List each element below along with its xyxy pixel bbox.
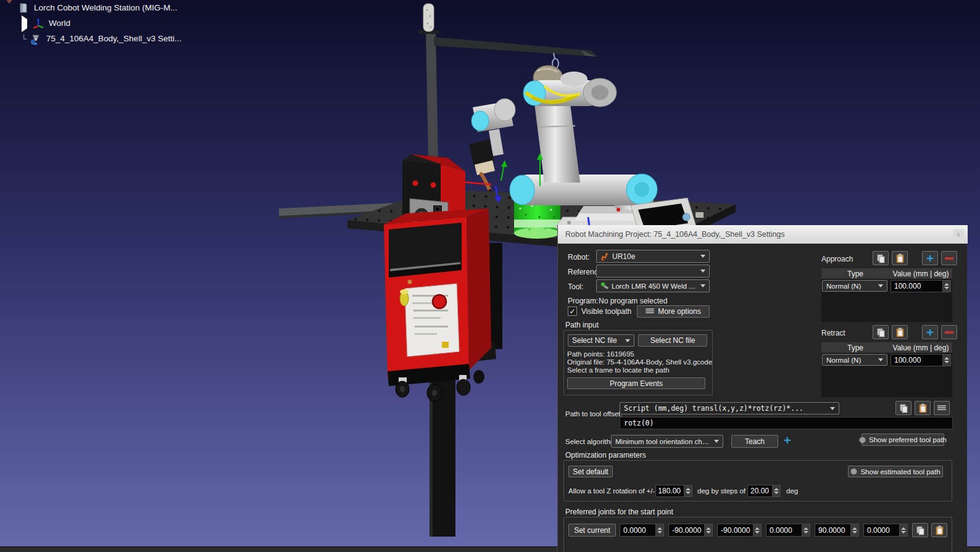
joint-2-spinbox[interactable]: -90.0000 bbox=[668, 524, 713, 537]
steps-spinbox[interactable]: 20.00 bbox=[747, 485, 781, 497]
rotation-spinbox[interactable]: 180.00 bbox=[655, 485, 692, 497]
approach-label: Approach bbox=[821, 255, 853, 263]
chevron-down-icon bbox=[830, 407, 835, 410]
retract-value-spinbox[interactable]: 100.000 bbox=[891, 354, 951, 366]
spinner-arrows[interactable] bbox=[942, 280, 951, 292]
approach-table-header: Type Value (mm | deg) bbox=[821, 268, 952, 279]
paste-icon[interactable] bbox=[931, 523, 947, 537]
copy-icon[interactable] bbox=[873, 325, 889, 339]
approach-value-spinbox[interactable]: 100.000 bbox=[891, 280, 951, 292]
teach-button[interactable]: Teach bbox=[731, 435, 778, 448]
joint-1-spinbox[interactable]: 0.0000 bbox=[620, 524, 664, 537]
expand-collapse-icon[interactable] bbox=[5, 4, 14, 12]
joint-3-spinbox[interactable]: -90.0000 bbox=[717, 524, 762, 537]
frame-hint-text: Select a frame to locate the path bbox=[567, 366, 670, 374]
tree-item-machining-project[interactable]: └ 75_4_106A4_Body,_Shell_v3 Setti... bbox=[0, 31, 181, 46]
joint-5-spinbox[interactable]: 90.0000 bbox=[815, 524, 859, 537]
machining-project-icon bbox=[30, 33, 42, 45]
robot-label: Robot: bbox=[568, 253, 589, 262]
minus-icon[interactable] bbox=[941, 325, 957, 339]
steps-label: deg by steps of bbox=[697, 487, 745, 495]
chevron-down-icon bbox=[700, 284, 705, 287]
spinner-arrows[interactable] bbox=[753, 524, 762, 537]
path-offset-label: Path to tool offset: bbox=[565, 410, 623, 418]
program-events-button[interactable]: Program Events bbox=[567, 377, 705, 389]
rotation-label: Allow a tool Z rotation of +/- bbox=[568, 487, 655, 495]
spinner-arrows[interactable] bbox=[802, 524, 810, 537]
set-current-button[interactable]: Set current bbox=[568, 524, 616, 537]
visible-toolpath-label: Visible toolpath bbox=[581, 307, 631, 316]
paste-icon[interactable] bbox=[892, 325, 908, 339]
retract-label: Retract bbox=[821, 329, 845, 337]
copy-icon[interactable] bbox=[873, 251, 889, 265]
panel-title: Robot Machining Project: 75_4_106A4_Body… bbox=[558, 225, 968, 244]
robodk-window: Lorch Cobot Welding Station (MIG-M... Wo… bbox=[0, 0, 980, 552]
chevron-down-icon bbox=[700, 255, 705, 258]
check-icon: ✓ bbox=[569, 307, 575, 316]
plus-icon[interactable]: + bbox=[922, 251, 938, 265]
tree-item-label: 75_4_106A4_Body,_Shell_v3 Setti... bbox=[46, 34, 181, 43]
chevron-down-icon bbox=[878, 284, 883, 287]
set-default-button[interactable]: Set default bbox=[568, 466, 613, 477]
chevron-down-icon bbox=[700, 270, 705, 273]
expand-collapse-icon[interactable] bbox=[20, 19, 28, 28]
welding-power-source bbox=[384, 208, 491, 402]
tree-item-label: World bbox=[49, 19, 70, 28]
path-offset-input[interactable]: rotz(0) bbox=[620, 417, 953, 429]
spinner-arrows[interactable] bbox=[655, 524, 664, 537]
copy-icon[interactable] bbox=[912, 523, 928, 537]
robot-dropdown[interactable]: UR10e bbox=[596, 250, 710, 263]
robot-value: UR10e bbox=[612, 252, 637, 261]
reference-frame-icon bbox=[32, 17, 44, 30]
spinner-arrows[interactable] bbox=[942, 354, 951, 366]
tool-dropdown[interactable]: Lorch LMR 450 W Weld Torch bbox=[596, 279, 710, 292]
joint-6-spinbox[interactable]: 0.0000 bbox=[863, 524, 908, 537]
show-estimated-toolpath-button[interactable]: Show estimated tool path bbox=[848, 466, 943, 477]
chevron-down-icon bbox=[878, 358, 883, 361]
tool-value: Lorch LMR 450 W Weld Torch bbox=[612, 282, 700, 290]
tool-label: Tool: bbox=[568, 282, 583, 291]
more-options-button[interactable]: More options bbox=[637, 305, 710, 318]
algorithm-dropdown[interactable]: Minimum tool orientation change bbox=[611, 435, 723, 448]
add-algorithm-icon[interactable]: + bbox=[784, 435, 791, 446]
retract-table-header: Type Value (mm | deg) bbox=[821, 342, 952, 353]
weld-torch-icon bbox=[600, 282, 609, 290]
chevron-down-icon bbox=[625, 339, 630, 342]
tree-item-world[interactable]: World bbox=[0, 15, 181, 31]
joint-4-spinbox[interactable]: 0.0000 bbox=[766, 524, 810, 537]
robot-arm-icon bbox=[600, 252, 609, 261]
original-file-text: Original file: 75-4-106A4-Body, Shell v3… bbox=[567, 358, 712, 366]
tree-item-label: Lorch Cobot Welding Station (MIG-M... bbox=[34, 3, 177, 12]
spinner-arrows[interactable] bbox=[772, 485, 781, 497]
algorithm-label: Select algorithm: bbox=[565, 438, 618, 445]
paste-icon[interactable] bbox=[892, 251, 908, 265]
show-preferred-toolpath-button[interactable]: Show preferred tool path bbox=[862, 434, 944, 446]
visible-toolpath-checkbox[interactable]: ✓ bbox=[568, 307, 577, 316]
spinner-arrows[interactable] bbox=[684, 485, 692, 497]
minus-icon[interactable] bbox=[941, 251, 957, 265]
radio-circle-icon bbox=[850, 468, 857, 475]
spinner-arrows[interactable] bbox=[850, 524, 859, 537]
select-nc-file-dropdown[interactable]: Select NC file bbox=[568, 334, 634, 347]
close-icon[interactable]: x bbox=[953, 229, 964, 240]
spinner-arrows[interactable] bbox=[704, 524, 713, 537]
tree-item-station[interactable]: Lorch Cobot Welding Station (MIG-M... bbox=[0, 0, 181, 15]
plus-icon[interactable]: + bbox=[922, 325, 938, 339]
path-offset-dropdown[interactable]: Script (mm,deg) transl(x,y,z)*rotz(rz)*.… bbox=[620, 402, 839, 414]
program-value: No program selected bbox=[599, 297, 667, 305]
reference-dropdown[interactable] bbox=[596, 265, 710, 278]
program-label: Program: bbox=[568, 297, 598, 305]
machining-settings-panel: Robot Machining Project: 75_4_106A4_Body… bbox=[557, 225, 967, 552]
approach-type-dropdown[interactable]: Normal (N) bbox=[822, 280, 887, 292]
paste-icon[interactable] bbox=[915, 401, 931, 415]
station-icon bbox=[17, 2, 30, 14]
deg-label: deg bbox=[786, 487, 798, 495]
hamburger-icon[interactable] bbox=[934, 401, 950, 415]
spinner-arrows[interactable] bbox=[899, 524, 908, 537]
select-nc-file-button[interactable]: Select NC file bbox=[638, 334, 707, 347]
radio-circle-icon bbox=[859, 437, 866, 443]
path-points-text: Path points: 1619695 bbox=[567, 350, 634, 358]
path-input-section-label: Path input bbox=[565, 321, 599, 329]
retract-type-dropdown[interactable]: Normal (N) bbox=[822, 354, 887, 366]
copy-icon[interactable] bbox=[895, 401, 911, 415]
